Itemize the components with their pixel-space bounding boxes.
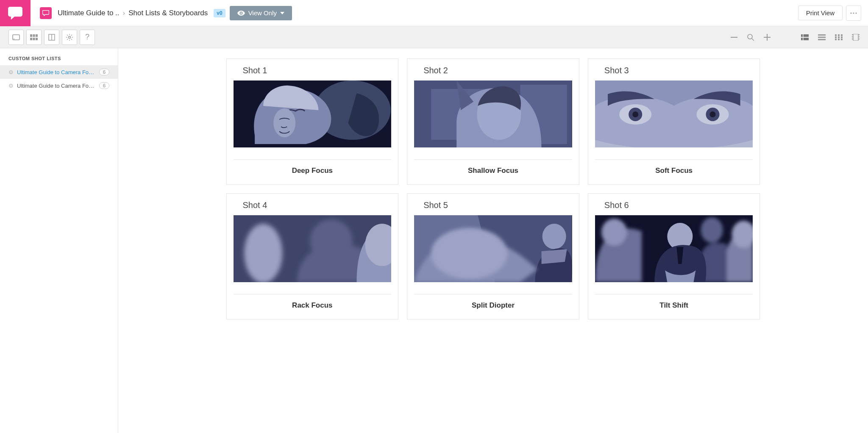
svg-rect-6 xyxy=(30,34,32,37)
shot-title: Shot 4 xyxy=(243,200,392,210)
shot-thumbnail xyxy=(414,215,572,282)
shot-thumbnail xyxy=(595,215,753,282)
svg-rect-26 xyxy=(818,39,826,40)
zoom-reset-button[interactable] xyxy=(747,33,754,41)
shot-card[interactable]: Shot 5 xyxy=(407,193,579,319)
svg-point-63 xyxy=(431,228,507,279)
svg-point-62 xyxy=(542,224,566,249)
project-icon[interactable] xyxy=(40,7,52,19)
layout-rows-button[interactable] xyxy=(818,34,826,40)
list-numbered-icon xyxy=(801,34,809,40)
svg-line-17 xyxy=(752,39,754,41)
shot-card[interactable]: Shot 6 xyxy=(588,193,760,319)
rectangle-icon xyxy=(12,34,20,40)
more-menu-button[interactable] xyxy=(846,6,861,21)
svg-rect-38 xyxy=(852,36,853,37)
breadcrumb: Ultimate Guide to .. › Shot Lists & Stor… xyxy=(58,9,225,17)
grid-small-icon xyxy=(835,34,843,40)
svg-rect-23 xyxy=(804,38,809,40)
svg-point-14 xyxy=(69,36,71,38)
shot-caption: Tilt Shift xyxy=(595,301,753,310)
print-view-button[interactable]: Print View xyxy=(798,6,843,20)
view-only-button[interactable]: View Only xyxy=(230,6,292,20)
grid-3-button[interactable] xyxy=(26,30,42,45)
layout-grid-button[interactable] xyxy=(835,34,843,40)
toolbar: ? xyxy=(0,26,868,48)
svg-rect-24 xyxy=(818,34,826,36)
sidebar-item-label: Ultimate Guide to Camera Focus in... xyxy=(17,83,96,89)
svg-rect-42 xyxy=(859,39,860,39)
eye-icon xyxy=(237,11,245,16)
shot-thumbnail xyxy=(234,215,392,282)
shot-thumbnail xyxy=(414,80,572,147)
zoom-out-button[interactable] xyxy=(731,36,737,38)
gear-icon: ⚙ xyxy=(8,69,14,75)
breadcrumb-project[interactable]: Ultimate Guide to .. xyxy=(58,9,120,17)
shot-card[interactable]: Shot 4 Rack Focus xyxy=(226,193,399,319)
gear-icon xyxy=(66,34,73,41)
svg-rect-9 xyxy=(30,38,32,40)
svg-point-3 xyxy=(855,12,857,14)
chat-bubble-icon xyxy=(42,10,49,16)
settings-button[interactable] xyxy=(62,30,77,45)
view-only-label: View Only xyxy=(248,9,277,17)
svg-rect-19 xyxy=(767,34,768,41)
version-tag: v0 xyxy=(214,9,225,17)
shot-caption: Shallow Focus xyxy=(414,167,572,175)
zoom-in-button[interactable] xyxy=(764,34,771,41)
svg-rect-40 xyxy=(859,34,860,35)
svg-rect-28 xyxy=(838,34,840,36)
shot-caption: Deep Focus xyxy=(234,167,392,175)
chevron-down-icon xyxy=(280,12,284,14)
svg-rect-41 xyxy=(859,36,860,37)
svg-rect-25 xyxy=(818,36,826,38)
svg-point-67 xyxy=(701,217,723,243)
svg-point-16 xyxy=(748,34,752,39)
svg-rect-7 xyxy=(33,34,35,37)
question-icon: ? xyxy=(85,33,89,42)
shot-card[interactable]: Shot 2 Shallow Focus xyxy=(407,58,579,185)
single-frame-button[interactable] xyxy=(8,30,24,45)
sidebar-item-count: 6 xyxy=(99,69,109,75)
svg-rect-20 xyxy=(801,34,803,37)
plus-icon xyxy=(764,34,771,41)
chat-bubble-icon xyxy=(8,7,22,19)
shot-caption: Soft Focus xyxy=(595,167,753,175)
layout-strip-button[interactable] xyxy=(852,34,860,41)
svg-rect-31 xyxy=(838,36,840,38)
svg-point-54 xyxy=(632,111,638,117)
breadcrumb-page[interactable]: Shot Lists & Storyboards xyxy=(128,9,208,17)
shot-title: Shot 5 xyxy=(423,200,572,210)
svg-rect-39 xyxy=(852,39,853,39)
shot-caption: Rack Focus xyxy=(234,301,392,310)
shot-title: Shot 1 xyxy=(243,66,392,75)
sidebar-title: CUSTOM SHOT LISTS xyxy=(0,48,118,65)
sidebar-item-count: 6 xyxy=(99,82,109,89)
shot-caption: Split Diopter xyxy=(414,301,572,310)
shot-card[interactable]: Shot 3 Soft Focus xyxy=(588,58,760,185)
brand-logo[interactable] xyxy=(0,0,31,26)
columns-icon xyxy=(48,34,55,41)
sidebar-item-shotlist-1[interactable]: ⚙ Ultimate Guide to Camera Focus i... 6 xyxy=(0,65,118,79)
shot-title: Shot 3 xyxy=(604,66,753,75)
sidebar: CUSTOM SHOT LISTS ⚙ Ultimate Guide to Ca… xyxy=(0,48,118,433)
shot-card[interactable]: Shot 1 Deep F xyxy=(226,58,399,185)
minus-icon xyxy=(731,36,737,38)
svg-rect-27 xyxy=(835,34,837,36)
layout-list-button[interactable] xyxy=(801,34,809,40)
svg-point-56 xyxy=(709,111,715,117)
svg-rect-33 xyxy=(835,39,837,40)
svg-point-65 xyxy=(601,219,627,246)
rows-icon xyxy=(818,34,826,40)
filmstrip-icon xyxy=(852,34,860,41)
svg-rect-35 xyxy=(841,39,843,40)
svg-point-2 xyxy=(853,12,854,14)
magnifier-icon xyxy=(747,33,754,41)
svg-point-1 xyxy=(850,12,851,14)
help-button[interactable]: ? xyxy=(80,30,95,45)
grid-icon xyxy=(30,34,38,40)
svg-rect-15 xyxy=(731,37,737,38)
columns-button[interactable] xyxy=(44,30,59,45)
dots-horizontal-icon xyxy=(850,12,857,14)
sidebar-item-shotlist-2[interactable]: ⚙ Ultimate Guide to Camera Focus in... 6 xyxy=(0,79,118,92)
